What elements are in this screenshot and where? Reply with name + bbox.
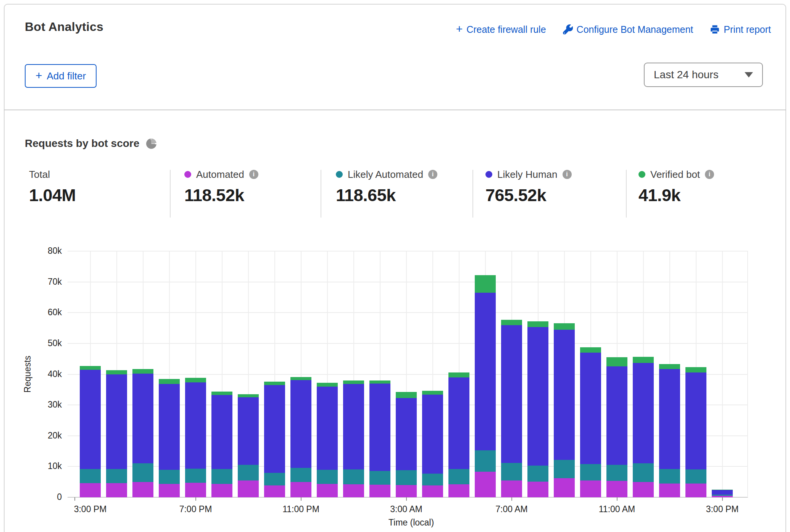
bar-segment-likely-automated	[106, 469, 127, 483]
bar-400am[interactable]	[422, 391, 443, 497]
info-icon[interactable]: i	[249, 170, 258, 179]
legend-dot-verified-bot	[638, 171, 645, 178]
bar-segment-verified-bot	[238, 394, 259, 397]
bar-500pm[interactable]	[132, 369, 153, 497]
x-axis-tick	[301, 497, 301, 501]
bar-300am[interactable]	[396, 392, 417, 497]
bar-600pm[interactable]	[159, 379, 180, 497]
bar-segment-likely-human	[501, 325, 522, 463]
header-divider	[4, 110, 786, 110]
bar-segment-verified-bot	[396, 392, 417, 398]
stat-label: Verified bot	[650, 169, 700, 181]
configure-bot-management-link[interactable]: Configure Bot Management	[563, 24, 693, 35]
bar-segment-verified-bot	[159, 379, 180, 384]
bar-segment-likely-human	[290, 380, 311, 468]
bar-segment-verified-bot	[527, 321, 548, 327]
stat-separator	[321, 170, 321, 218]
legend-dot-likely-automated	[336, 171, 343, 178]
bar-800pm[interactable]	[211, 392, 232, 497]
bar-segment-verified-bot	[659, 364, 680, 369]
stat-value: 1.04M	[29, 185, 76, 205]
bar-segment-automated	[527, 482, 548, 497]
bar-segment-likely-automated	[290, 468, 311, 482]
bar-segment-likely-automated	[317, 470, 338, 484]
info-icon[interactable]: i	[428, 170, 437, 179]
add-filter-button[interactable]: + Add filter	[25, 64, 97, 88]
bar-segment-automated	[580, 480, 601, 497]
bar-segment-verified-bot	[106, 370, 127, 374]
stat-label: Total	[29, 169, 50, 181]
bar-segment-likely-automated	[422, 474, 443, 485]
page-title: Bot Analytics	[25, 20, 103, 34]
bar-segment-automated	[343, 484, 364, 497]
bar-segment-automated	[369, 485, 390, 497]
section-title-row: Requests by bot score	[25, 137, 156, 150]
bar-300pm[interactable]	[712, 490, 733, 497]
bar-segment-likely-automated	[633, 463, 654, 482]
y-axis-title: Requests	[22, 251, 34, 497]
stat-likely-human: Likely Human i 765.52k	[485, 168, 572, 205]
bar-segment-automated	[132, 482, 153, 497]
bar-600am[interactable]	[475, 275, 496, 497]
info-icon[interactable]: i	[563, 170, 572, 179]
bar-segment-automated	[475, 472, 496, 497]
bar-segment-likely-human	[185, 382, 206, 469]
bar-segment-likely-human	[580, 353, 601, 464]
time-range-value: Last 24 hours	[654, 69, 719, 81]
bar-segment-automated	[80, 483, 101, 497]
bar-700pm[interactable]	[185, 378, 206, 497]
y-tick-label: 40k	[38, 369, 62, 379]
bar-1000am[interactable]	[580, 347, 601, 497]
bar-segment-likely-human	[422, 395, 443, 474]
info-icon[interactable]: i	[705, 170, 714, 179]
legend-dot-likely-human	[485, 171, 492, 178]
bar-segment-automated	[633, 482, 654, 497]
bar-segment-likely-human	[343, 384, 364, 470]
bar-500am[interactable]	[448, 372, 469, 497]
bar-segment-automated	[659, 484, 680, 497]
bar-segment-automated	[106, 483, 127, 497]
bar-segment-verified-bot	[369, 380, 390, 384]
bar-1200am[interactable]	[317, 383, 338, 497]
y-tick-label: 60k	[38, 307, 62, 318]
bar-segment-likely-human	[448, 377, 469, 469]
stat-likely-automated: Likely Automated i 118.65k	[336, 168, 437, 205]
bar-segment-likely-automated	[211, 469, 232, 484]
bar-segment-likely-human	[606, 366, 627, 465]
bar-200pm[interactable]	[685, 367, 706, 497]
bar-300pm[interactable]	[80, 366, 101, 497]
print-report-label: Print report	[724, 24, 771, 35]
bar-1100pm[interactable]	[290, 377, 311, 497]
bar-100am[interactable]	[343, 380, 364, 497]
bar-1000pm[interactable]	[264, 382, 285, 497]
bar-segment-automated	[211, 484, 232, 497]
section-title: Requests by bot score	[25, 137, 139, 150]
y-tick-label: 50k	[38, 338, 62, 348]
bar-700am[interactable]	[501, 320, 522, 497]
stat-total: Total 1.04M	[29, 168, 76, 205]
bar-segment-likely-human	[712, 490, 733, 495]
y-axis-tick-labels: 010k20k30k40k50k60k70k80k	[38, 251, 62, 497]
bar-100pm[interactable]	[659, 364, 680, 497]
bar-800am[interactable]	[527, 321, 548, 497]
bar-1200pm[interactable]	[633, 357, 654, 497]
bar-1100am[interactable]	[606, 357, 627, 497]
print-report-link[interactable]: Print report	[710, 24, 771, 35]
bar-segment-likely-human	[317, 387, 338, 470]
bar-200am[interactable]	[369, 380, 390, 497]
bar-segment-automated	[317, 484, 338, 497]
bar-900pm[interactable]	[238, 394, 259, 497]
add-filter-label: Add filter	[47, 70, 86, 82]
chevron-down-icon	[745, 72, 753, 77]
bar-segment-verified-bot	[475, 275, 496, 293]
stat-value: 118.65k	[336, 185, 437, 205]
bar-400pm[interactable]	[106, 370, 127, 497]
stat-separator	[626, 170, 627, 218]
x-axis-title: Time (local)	[74, 517, 748, 528]
time-range-select[interactable]: Last 24 hours	[644, 63, 763, 87]
bar-segment-likely-automated	[501, 463, 522, 481]
bar-segment-automated	[422, 485, 443, 497]
bar-900am[interactable]	[554, 323, 575, 497]
create-firewall-rule-link[interactable]: + Create firewall rule	[456, 24, 546, 35]
x-tick-label: 3:00 AM	[376, 504, 437, 514]
